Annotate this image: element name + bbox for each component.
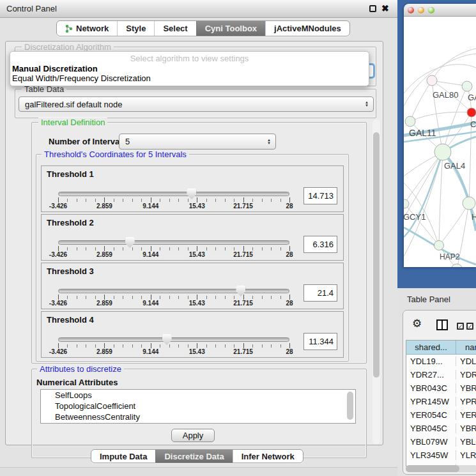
cell-name[interactable]: YLR3 <box>456 450 476 460</box>
network-node[interactable] <box>463 197 475 210</box>
network-node[interactable] <box>434 241 444 250</box>
mac-zoom-button[interactable] <box>428 7 434 13</box>
tab-label: Cyni Toolbox <box>205 24 257 33</box>
cell-name[interactable]: YDR2 <box>456 370 476 380</box>
network-canvas[interactable]: GAL80GACGAL11GAL4GCY1HHAP2 <box>404 17 476 267</box>
attribute-item-topologicalcoefficient[interactable]: TopologicalCoefficient <box>41 401 355 411</box>
cell-name[interactable]: YBR0 <box>456 424 476 433</box>
split-view-icon[interactable] <box>436 319 448 330</box>
scrollbar-thumb[interactable] <box>373 132 380 378</box>
tab-discretize-data[interactable]: Discretize Data <box>155 450 232 463</box>
scrollbar-thumb[interactable] <box>406 465 459 472</box>
threshold-value-field[interactable]: 14.713 <box>303 187 337 204</box>
tab-cyni-toolbox[interactable]: Cyni Toolbox <box>196 21 265 36</box>
network-node[interactable] <box>427 75 437 86</box>
list-scrollbar[interactable] <box>347 392 353 420</box>
network-edge[interactable] <box>404 152 443 218</box>
table-row[interactable]: YDL19...YDL1 <box>406 355 476 368</box>
cell-name[interactable]: YER0 <box>456 410 476 420</box>
network-edge-highlighted[interactable] <box>404 152 443 237</box>
slider-thumb[interactable] <box>162 334 172 345</box>
mac-minimize-button[interactable] <box>418 7 424 13</box>
number-of-intervals-combobox[interactable]: 5 ▲▼ <box>119 134 276 150</box>
discretization-algorithm-legend: Discretization Algorithm <box>22 42 114 52</box>
apply-button[interactable]: Apply <box>171 429 215 442</box>
column-header-name[interactable]: name <box>456 341 476 355</box>
tab-select[interactable]: Select <box>154 21 196 36</box>
cell-shared-name[interactable]: YBL079W <box>406 437 456 447</box>
cell-name[interactable]: YPR1 <box>456 397 476 406</box>
mac-close-button[interactable] <box>408 7 414 13</box>
slider-track[interactable] <box>58 337 289 342</box>
network-node[interactable] <box>404 199 409 208</box>
table-row[interactable]: YBR045CYBR0 <box>406 422 476 435</box>
slider-track[interactable] <box>58 192 289 196</box>
network-node[interactable] <box>405 116 415 127</box>
cell-name[interactable]: YDL1 <box>456 357 476 366</box>
cell-name[interactable]: YBR0 <box>456 383 476 393</box>
major-tick <box>151 246 151 251</box>
network-window[interactable]: GAL80GACGAL11GAL4GCY1HHAP2 <box>404 4 476 267</box>
threshold-row: Threshold 2 6.316 -3.4262.8599.14415.432… <box>41 214 344 261</box>
cell-shared-name[interactable]: YPR145W <box>406 397 456 406</box>
tick-label: 2.859 <box>96 203 112 210</box>
table-data-combobox[interactable]: galFiltered.sif default node ▲▼ <box>19 96 374 112</box>
table-row[interactable]: YBR043CYBR0 <box>406 381 476 395</box>
cell-shared-name[interactable]: YBR045C <box>406 424 456 433</box>
network-edge[interactable] <box>439 203 469 245</box>
network-edge[interactable] <box>443 152 469 203</box>
cell-shared-name[interactable]: YER054C <box>406 410 456 420</box>
network-node[interactable] <box>434 144 451 160</box>
table-horizontal-scrollbar[interactable] <box>406 465 476 472</box>
threshold-value-field[interactable]: 21.4 <box>303 284 337 302</box>
dropdown-option-manual-discretization[interactable]: Manual Discretization <box>12 64 98 73</box>
close-icon[interactable]: ✖ <box>381 3 389 13</box>
slider-thumb[interactable] <box>187 188 196 199</box>
cell-shared-name[interactable]: YDL19... <box>406 357 456 366</box>
tick-label: -3.426 <box>49 203 67 210</box>
panel-vertical-scrollbar[interactable] <box>372 119 380 444</box>
attribute-item-betweennesscentrality[interactable]: BetweennessCentrality <box>41 411 355 422</box>
select-all-check-icon[interactable]: ✓ <box>457 323 464 330</box>
table-row[interactable]: YER054CYER0 <box>406 408 476 422</box>
cell-shared-name[interactable]: YDR27... <box>406 370 456 380</box>
tab-network[interactable]: Network <box>57 21 117 36</box>
combobox-spinner-icon: ▲▼ <box>267 139 271 145</box>
table-row[interactable]: YDR27...YDR2 <box>406 368 476 381</box>
slider-track[interactable] <box>58 240 289 245</box>
float-window-icon[interactable] <box>369 5 376 12</box>
dropdown-hint-item[interactable]: Select algorithm to view settings <box>10 54 369 63</box>
slider-thumb[interactable] <box>236 286 245 296</box>
major-tick <box>197 295 197 300</box>
table-row[interactable]: YLR345WYLR3 <box>406 449 476 462</box>
numerical-attributes-list[interactable]: SelfLoopsTopologicalCoefficientBetweenne… <box>40 389 356 424</box>
threshold-value-field[interactable]: 11.344 <box>303 333 337 350</box>
control-panel-title: Control Panel <box>6 4 57 13</box>
attributes-legend: Attributes to discretize <box>37 364 124 374</box>
slider-thumb[interactable] <box>125 237 135 248</box>
gear-icon[interactable]: ⚙ <box>412 318 422 330</box>
tab-infer-network[interactable]: Infer Network <box>233 450 303 463</box>
tick-label: 28 <box>286 348 293 355</box>
network-node[interactable] <box>462 81 472 91</box>
network-node[interactable] <box>467 108 476 117</box>
tick-label: 2.859 <box>96 300 112 307</box>
network-edge[interactable] <box>410 112 472 121</box>
attribute-item-selfloops[interactable]: SelfLoops <box>41 390 355 401</box>
dropdown-option-equal-width-frequency[interactable]: Equal Width/Frequency Discretization <box>12 73 151 83</box>
network-window-titlebar[interactable] <box>404 4 476 17</box>
table-row[interactable]: YPR145WYPR1 <box>406 395 476 408</box>
tab-jactivemnodules[interactable]: jActiveMNodules <box>265 21 349 36</box>
cell-name[interactable]: YBL0 <box>456 437 476 447</box>
tab-style[interactable]: Style <box>117 21 154 36</box>
network-edge[interactable] <box>404 152 443 204</box>
network-edge[interactable] <box>439 152 443 245</box>
tab-impute-data[interactable]: Impute Data <box>91 450 155 463</box>
select-none-check-icon[interactable]: ✓ <box>466 323 473 330</box>
column-header-shared-name[interactable]: shared... <box>406 341 456 355</box>
table-row[interactable]: YBL079WYBL0 <box>406 435 476 449</box>
cell-shared-name[interactable]: YLR345W <box>406 450 456 460</box>
threshold-value-field[interactable]: 6.316 <box>303 236 337 253</box>
slider-track[interactable] <box>58 289 289 293</box>
cell-shared-name[interactable]: YBR043C <box>406 383 456 393</box>
